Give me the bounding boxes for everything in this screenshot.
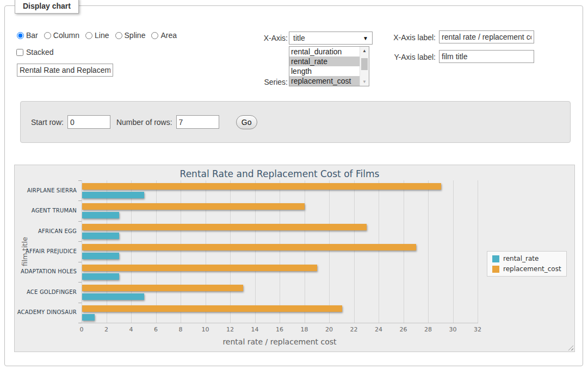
series-scrollbar: ▲ ▼ (360, 47, 369, 86)
x-tick-label: 6 (145, 326, 167, 333)
legend-label: rental_rate (503, 255, 539, 262)
bar-rental_rate[interactable] (82, 273, 119, 280)
grid-line (404, 180, 404, 323)
y-axis-tick (78, 180, 82, 181)
bar-replacement_cost[interactable] (82, 285, 243, 291)
grid-line (329, 180, 330, 323)
start-row-input[interactable] (67, 115, 110, 129)
start-row-label: Start row: (31, 118, 64, 127)
stacked-checkbox[interactable] (16, 49, 23, 56)
bar-replacement_cost[interactable] (82, 203, 305, 210)
x-tick-label: 2 (96, 326, 117, 333)
series-option-rental_duration[interactable]: rental_duration (289, 47, 360, 57)
series-option-length[interactable]: length (289, 66, 360, 76)
grid-line (478, 180, 478, 323)
y-axis-tick (78, 200, 82, 201)
y-axis-tick (78, 282, 82, 283)
chart-type-option-column: Column (44, 31, 79, 40)
scroll-up-icon[interactable]: ▲ (360, 47, 369, 55)
bar-rental_rate[interactable] (82, 192, 144, 198)
legend-label: replacement_cost (503, 265, 561, 273)
legend-item-replacement_cost[interactable]: replacement_cost (492, 265, 561, 273)
scroll-down-icon[interactable]: ▼ (360, 78, 369, 86)
chart-type-option-spline: Spline (115, 31, 146, 40)
dropdown-arrow-icon: ▼ (363, 35, 368, 41)
x-axis-selected-value: title (293, 34, 305, 42)
x-axis-select[interactable]: title ▼ (289, 32, 373, 45)
number-of-rows-input[interactable] (176, 115, 219, 129)
x-tick-label: 18 (294, 326, 315, 333)
series-option-rental_rate[interactable]: rental_rate (289, 57, 360, 66)
chart-type-option-bar: Bar (17, 31, 38, 40)
x-tick-label: 0 (71, 326, 92, 333)
x-tick-label: 8 (170, 326, 191, 333)
chart-type-label: Line (95, 31, 109, 40)
grid-line (230, 180, 231, 323)
chart-container: Rental Rate and Replacement Cost of Film… (14, 165, 575, 352)
y-axis-tick (78, 221, 82, 222)
chart-type-radio-area[interactable] (151, 32, 158, 39)
chart-legend: rental_ratereplacement_cost (487, 251, 567, 277)
bar-rental_rate[interactable] (82, 212, 119, 218)
chart-type-option-area: Area (151, 31, 177, 40)
grid-line (305, 180, 305, 323)
grid-line (280, 180, 280, 323)
chart-type-radio-bar[interactable] (17, 32, 24, 39)
y-axis-tick (78, 241, 82, 242)
bar-replacement_cost[interactable] (82, 224, 367, 230)
resize-handle-icon[interactable] (567, 344, 573, 350)
y-axis-tick (78, 303, 82, 303)
x-tick-label: 26 (393, 326, 414, 333)
bar-rental_rate[interactable] (82, 293, 144, 300)
y-axis-label-input[interactable] (439, 50, 534, 63)
grid-line (82, 180, 82, 323)
series-option-replacement_cost[interactable]: replacement_cost (289, 76, 360, 86)
x-tick-label: 14 (244, 326, 266, 333)
chart-type-radio-spline[interactable] (115, 32, 122, 39)
x-tick-label: 20 (318, 326, 340, 333)
y-axis-tick (78, 262, 82, 262)
bar-replacement_cost[interactable] (82, 183, 441, 190)
chart-type-radio-group: BarColumnLineSplineArea (17, 31, 183, 40)
chart-type-radio-column[interactable] (44, 32, 51, 39)
scrollbar-thumb[interactable] (361, 58, 368, 70)
category-label: AGENT TRUMAN (15, 208, 77, 214)
bar-replacement_cost[interactable] (82, 305, 342, 312)
chart-type-label: Area (160, 31, 177, 40)
chart-type-label: Spline (125, 31, 146, 40)
x-axis-label-input[interactable] (439, 30, 534, 43)
chart-title-input[interactable] (17, 64, 113, 77)
stacked-row: Stacked (16, 48, 54, 57)
bar-rental_rate[interactable] (82, 314, 95, 321)
grid-line (206, 180, 206, 323)
rows-panel: Start row: Number of rows: Go (20, 101, 571, 143)
display-chart-fieldset: Display chart BarColumnLineSplineArea St… (4, 5, 583, 366)
category-label: ADAPTATION HOLES (15, 268, 77, 274)
go-button[interactable]: Go (236, 115, 257, 129)
y-axis-tick (78, 323, 82, 323)
x-axis-label-label: X-Axis label: (386, 33, 436, 42)
category-label: AFFAIR PREJUDICE (15, 248, 77, 254)
bar-rental_rate[interactable] (82, 253, 119, 259)
series-listbox[interactable]: rental_durationrental_ratelengthreplacem… (289, 46, 369, 86)
grid-line (181, 180, 181, 323)
category-label: ACE GOLDFINGER (15, 289, 77, 295)
x-tick-label: 4 (120, 326, 142, 333)
grid-line (428, 180, 429, 323)
x-tick-label: 22 (343, 326, 365, 333)
chart-type-radio-line[interactable] (85, 32, 92, 39)
legend-item-rental_rate[interactable]: rental_rate (492, 255, 561, 262)
x-tick-label: 30 (442, 326, 464, 333)
category-label: AFRICAN EGG (15, 228, 77, 234)
x-axis-line (82, 323, 478, 323)
legend-swatch-icon (492, 255, 499, 262)
grid-line (131, 180, 132, 323)
category-label: ACADEMY DINOSAUR (15, 309, 77, 315)
x-axis-select-label: X-Axis: (244, 34, 288, 42)
chart-title: Rental Rate and Replacement Cost of Film… (82, 168, 478, 179)
bar-rental_rate[interactable] (82, 233, 119, 239)
grid-line (107, 180, 107, 323)
bar-replacement_cost[interactable] (82, 244, 416, 250)
x-tick-label: 12 (219, 326, 241, 333)
bar-replacement_cost[interactable] (82, 265, 317, 271)
